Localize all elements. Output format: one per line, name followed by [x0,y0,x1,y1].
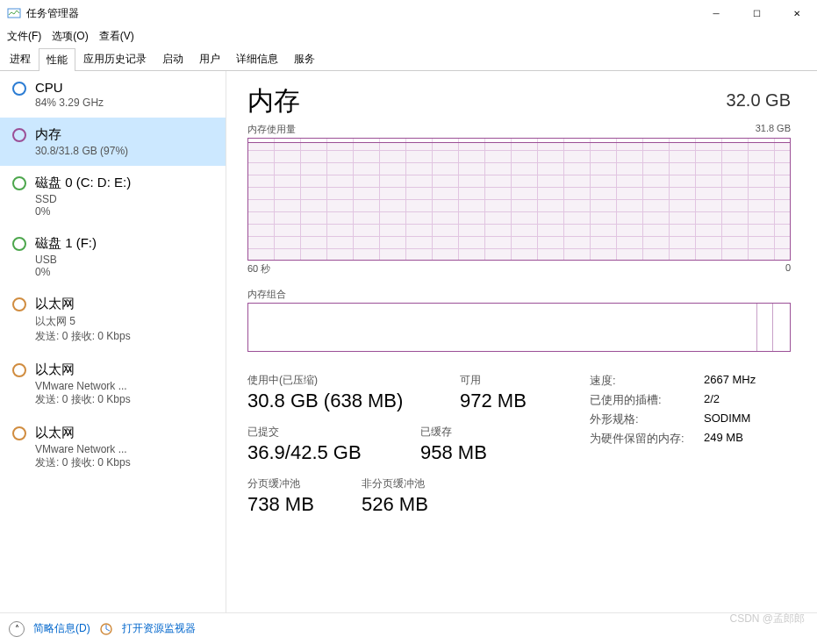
sidebar-item-sub: 30.8/31.8 GB (97%) [35,145,128,157]
indicator-icon [12,237,26,251]
slots-label: 已使用的插槽: [590,392,704,408]
sidebar-item[interactable]: 以太网VMware Network ...发送: 0 接收: 0 Kbps [0,353,226,416]
tab-processes[interactable]: 进程 [2,47,39,70]
nonpaged-value: 526 MB [362,493,428,516]
sidebar-item-sub: VMware Network ... [35,443,131,455]
tab-app-history[interactable]: 应用历史记录 [75,47,154,70]
sidebar-item-sub: USB [35,254,97,266]
minimize-button[interactable]: ─ [696,0,736,26]
x-axis-right: 0 [785,262,791,275]
tabbar: 进程 性能 应用历史记录 启动 用户 详细信息 服务 [0,47,817,71]
menu-options[interactable]: 选项(O) [52,29,88,44]
menubar: 文件(F) 选项(O) 查看(V) [0,26,817,46]
sidebar-item[interactable]: 以太网以太网 5发送: 0 接收: 0 Kbps [0,287,226,353]
brief-info-link[interactable]: 简略信息(D) [33,621,90,636]
open-resource-monitor-link[interactable]: 打开资源监视器 [122,621,196,636]
composition-label: 内存组合 [247,288,286,301]
sidebar-item[interactable]: 磁盘 0 (C: D: E:)SSD0% [0,166,226,226]
sidebar-item[interactable]: 以太网VMware Network ...发送: 0 接收: 0 Kbps [0,416,226,479]
sidebar: CPU84% 3.29 GHz内存30.8/31.8 GB (97%)磁盘 0 … [0,71,226,615]
reserved-value: 249 MB [704,431,743,447]
sidebar-item-title: 磁盘 1 (F:) [35,235,97,252]
maximize-button[interactable]: ☐ [736,0,777,26]
indicator-icon [12,128,26,142]
sidebar-item-title: 磁盘 0 (C: D: E:) [35,175,131,191]
footer: ˄ 简略信息(D) 打开资源监视器 [0,612,817,644]
sidebar-item-sub2: 发送: 0 接收: 0 Kbps [35,392,131,407]
indicator-icon [12,426,26,440]
sidebar-item-title: 以太网 [35,425,131,441]
menu-view[interactable]: 查看(V) [99,29,134,44]
resource-monitor-icon [99,622,113,636]
chart-fill [248,142,790,260]
tab-performance[interactable]: 性能 [39,48,75,71]
main-panel: 内存 32.0 GB 内存使用量 31.8 GB 60 秒 0 内存组合 使用中… [226,71,817,615]
sidebar-item-sub2: 0% [35,205,131,218]
memory-composition-chart[interactable] [247,303,791,352]
speed-label: 速度: [590,373,704,389]
sidebar-scroll[interactable]: CPU84% 3.29 GHz内存30.8/31.8 GB (97%)磁盘 0 … [0,71,226,615]
in-use-label: 使用中(已压缩) [247,373,441,388]
sidebar-item[interactable]: 内存30.8/31.8 GB (97%) [0,118,226,166]
titlebar: 任务管理器 ─ ☐ ✕ [0,0,817,26]
comp-in-use [248,304,757,351]
sidebar-item-title: CPU [35,80,104,95]
available-label: 可用 [460,373,527,388]
chevron-up-icon[interactable]: ˄ [9,621,25,637]
committed-value: 36.9/42.5 GB [247,441,401,464]
in-use-value: 30.8 GB (638 MB) [247,390,441,412]
sidebar-item-sub: SSD [35,193,131,205]
nonpaged-label: 非分页缓冲池 [362,476,428,491]
close-button[interactable]: ✕ [777,0,817,26]
tab-startup[interactable]: 启动 [154,47,191,70]
sidebar-item-sub: 84% 3.29 GHz [35,97,104,109]
usage-chart-max: 31.8 GB [756,123,791,136]
indicator-icon [12,176,26,190]
sidebar-item[interactable]: CPU84% 3.29 GHz [0,71,226,118]
sidebar-item-title: 内存 [35,126,128,143]
tab-services[interactable]: 服务 [286,47,323,70]
sidebar-item-sub: VMware Network ... [35,380,131,392]
committed-label: 已提交 [247,425,401,440]
sidebar-item[interactable]: 磁盘 1 (F:)USB0% [0,226,226,287]
available-value: 972 MB [460,390,527,412]
sidebar-item-sub2: 0% [35,266,97,278]
sidebar-item-title: 以太网 [35,361,131,378]
form-value: SODIMM [704,411,750,427]
window-title: 任务管理器 [26,6,696,21]
form-label: 外形规格: [590,411,704,427]
svg-rect-0 [8,9,20,18]
comp-standby [773,304,790,351]
menu-file[interactable]: 文件(F) [7,29,41,44]
speed-value: 2667 MHz [704,373,756,389]
watermark: CSDN @孟郎郎 [729,612,805,626]
sidebar-item-sub: 以太网 5 [35,314,131,329]
paged-label: 分页缓冲池 [247,476,342,491]
sidebar-item-sub2: 发送: 0 接收: 0 Kbps [35,455,131,470]
slots-value: 2/2 [704,392,720,408]
indicator-icon [12,82,26,96]
sidebar-item-sub2: 发送: 0 接收: 0 Kbps [35,329,131,344]
x-axis-left: 60 秒 [247,262,270,275]
paged-value: 738 MB [247,493,342,516]
indicator-icon [12,297,26,311]
cached-value: 958 MB [420,441,487,464]
tab-details[interactable]: 详细信息 [228,47,286,70]
comp-modified [757,304,774,351]
app-icon [7,6,21,20]
memory-usage-chart[interactable] [247,138,791,261]
usage-chart-label: 内存使用量 [247,123,296,136]
tab-users[interactable]: 用户 [191,47,228,70]
memory-total: 32.0 GB [727,90,791,111]
indicator-icon [12,363,26,377]
reserved-label: 为硬件保留的内存: [590,431,704,447]
sidebar-item-title: 以太网 [35,296,131,312]
cached-label: 已缓存 [420,425,487,440]
page-title: 内存 [247,83,300,119]
